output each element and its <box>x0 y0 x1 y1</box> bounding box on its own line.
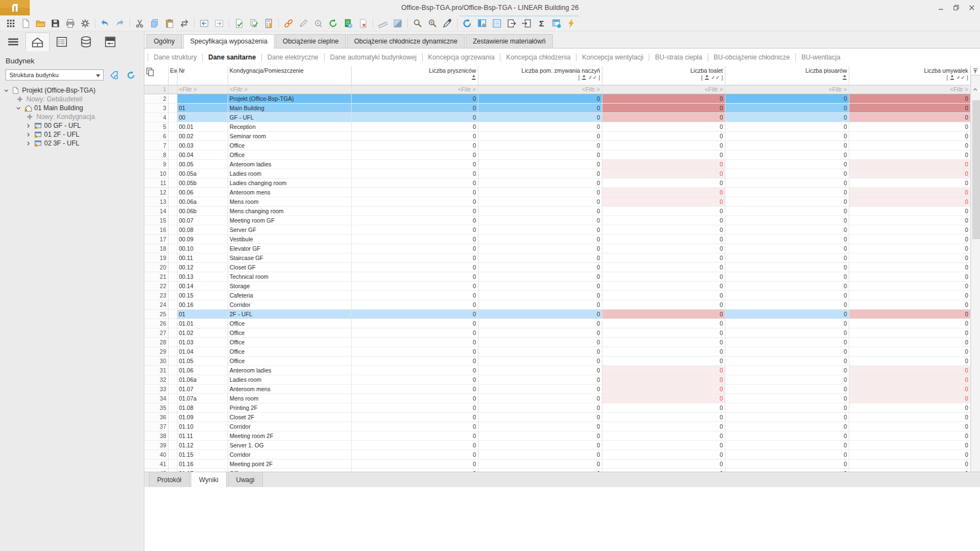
cell-ew[interactable] <box>168 422 177 431</box>
table-row[interactable]: 25 01 2F - UFL 0 0 0 0 0 <box>144 309 970 318</box>
cell-showers[interactable]: 0 <box>351 347 478 356</box>
column-filter-icon[interactable] <box>971 66 980 75</box>
cell-room[interactable]: Mens room <box>228 393 351 403</box>
cell-washbasins[interactable]: 0 <box>849 103 970 112</box>
cell-showers[interactable]: 0 <box>351 290 478 300</box>
paste-icon[interactable] <box>162 17 177 30</box>
cell-room[interactable]: Main Building <box>228 103 351 112</box>
cell-room[interactable]: Server GF <box>228 225 351 234</box>
cell-urinals[interactable]: 0 <box>725 150 849 159</box>
excel-sync-icon[interactable] <box>341 17 356 30</box>
cell-urinals[interactable]: 0 <box>725 290 849 300</box>
cell-showers[interactable]: 0 <box>351 112 478 122</box>
cell-nr[interactable]: 00.15 <box>177 290 228 300</box>
bottom-tab[interactable]: Wyniki <box>191 472 227 487</box>
cell-washbasins[interactable]: 0 <box>849 141 970 150</box>
cell-washbasins[interactable]: 0 <box>849 281 970 290</box>
cell-urinals[interactable]: 0 <box>725 215 849 225</box>
cell-toilets[interactable]: 0 <box>602 103 725 112</box>
cut-icon[interactable] <box>132 17 147 30</box>
cell-ew[interactable] <box>168 187 177 197</box>
cell-nr[interactable]: 00.09 <box>177 234 228 244</box>
cell-showers[interactable]: 0 <box>351 309 478 318</box>
cell-washbasins[interactable]: 0 <box>849 468 970 472</box>
cell-nr[interactable]: 00.06a <box>177 197 228 206</box>
cell-showers[interactable]: 0 <box>351 393 478 403</box>
cell-washbasins[interactable]: 0 <box>849 159 970 169</box>
cell-toilets[interactable]: 0 <box>602 272 725 281</box>
cell-urinals[interactable]: 0 <box>725 403 849 412</box>
table-row[interactable]: 24 00.16 Corridor 0 0 0 0 0 <box>144 300 970 309</box>
cell-washbasins[interactable]: 0 <box>849 422 970 431</box>
cell-urinals[interactable]: 0 <box>725 225 849 234</box>
cell-ew[interactable] <box>168 468 177 472</box>
cell-showers[interactable]: 0 <box>351 459 478 468</box>
open-folder-icon[interactable] <box>33 17 48 30</box>
cell-urinals[interactable]: 0 <box>725 431 849 440</box>
cell-nr[interactable]: 00.16 <box>177 300 228 309</box>
bottom-tab[interactable]: Protokół <box>149 472 190 487</box>
cell-room[interactable]: Office <box>228 337 351 347</box>
cell-urinals[interactable]: 0 <box>725 393 849 403</box>
cell-showers[interactable]: 0 <box>351 253 478 262</box>
cell-dishwashing[interactable]: 0 <box>478 309 602 318</box>
expander-closed-icon[interactable] <box>25 141 31 146</box>
cell-room[interactable]: Office <box>228 468 351 472</box>
cell-dishwashing[interactable]: 0 <box>478 159 602 169</box>
secondary-tab[interactable]: BU-strata ciepła <box>649 53 707 61</box>
menu-icon[interactable] <box>1 33 25 51</box>
secondary-tab[interactable]: Koncepcja ogrzewania <box>422 53 500 61</box>
print-icon[interactable] <box>63 17 78 30</box>
col-header-ew[interactable]: Ew <box>168 66 177 85</box>
table-row[interactable]: 39 01.12 Server 1. OG 0 0 0 0 0 <box>144 440 970 450</box>
cell-toilets[interactable]: 0 <box>602 122 725 131</box>
table-row[interactable]: 17 00.09 Vestibule 0 0 0 0 0 <box>144 234 970 244</box>
cell-nr[interactable]: 01.10 <box>177 422 228 431</box>
cell-room[interactable]: Meeting room 2F <box>228 431 351 440</box>
cell-showers[interactable]: 0 <box>351 440 478 450</box>
cell-urinals[interactable]: 0 <box>725 328 849 337</box>
cell-dishwashing[interactable]: 0 <box>478 234 602 244</box>
cell-urinals[interactable]: 0 <box>725 131 849 141</box>
cell-dishwashing[interactable]: 0 <box>478 347 602 356</box>
cell-dishwashing[interactable]: 0 <box>478 422 602 431</box>
expander-closed-icon[interactable] <box>25 132 31 137</box>
settings-gear-icon[interactable] <box>78 17 93 30</box>
cell-urinals[interactable]: 0 <box>725 281 849 290</box>
cell-nr[interactable]: 00.07 <box>177 215 228 225</box>
table-row[interactable]: 32 01.06a Ladies room 0 0 0 0 0 <box>144 375 970 384</box>
cell-toilets[interactable]: 0 <box>602 337 725 347</box>
cell-room[interactable]: Reception <box>228 122 351 131</box>
cell-washbasins[interactable]: 0 <box>849 459 970 468</box>
cell-nr[interactable]: 00.06 <box>177 187 228 197</box>
cell-washbasins[interactable]: 0 <box>849 150 970 159</box>
calculator-icon[interactable] <box>261 17 276 30</box>
col-header-showers[interactable]: Liczba pryszniców <box>351 66 478 85</box>
cell-showers[interactable]: 0 <box>351 318 478 328</box>
cell-nr[interactable]: 01.07 <box>177 384 228 393</box>
cell-dishwashing[interactable]: 0 <box>478 431 602 440</box>
cell-dishwashing[interactable]: 0 <box>478 318 602 328</box>
measure-icon[interactable] <box>375 17 390 30</box>
cell-dishwashing[interactable]: 0 <box>478 468 602 472</box>
cell-dishwashing[interactable]: 0 <box>478 178 602 187</box>
cell-ew[interactable] <box>168 253 177 262</box>
table-row[interactable]: 3 01 Main Building 0 0 0 0 0 <box>144 103 970 112</box>
cell-toilets[interactable]: 0 <box>602 169 725 178</box>
cell-urinals[interactable]: 0 <box>725 440 849 450</box>
copy-pages-icon[interactable] <box>144 66 168 85</box>
cell-dishwashing[interactable]: 0 <box>478 281 602 290</box>
cell-urinals[interactable]: 0 <box>725 103 849 112</box>
col-header-toilets[interactable]: Liczba toalet [✓✓] <box>602 66 725 85</box>
cell-showers[interactable]: 0 <box>351 94 478 103</box>
cell-washbasins[interactable]: 0 <box>849 244 970 253</box>
cell-room[interactable]: Corridor <box>228 422 351 431</box>
cell-nr[interactable]: 01.16 <box>177 459 228 468</box>
cell-washbasins[interactable]: 0 <box>849 337 970 347</box>
split-view-icon[interactable] <box>390 17 405 30</box>
new-file-icon[interactable] <box>18 17 33 30</box>
cell-washbasins[interactable]: 0 <box>849 169 970 178</box>
cell-urinals[interactable]: 0 <box>725 365 849 375</box>
cell-room[interactable]: Seminar room <box>228 131 351 141</box>
cell-showers[interactable]: 0 <box>351 450 478 459</box>
